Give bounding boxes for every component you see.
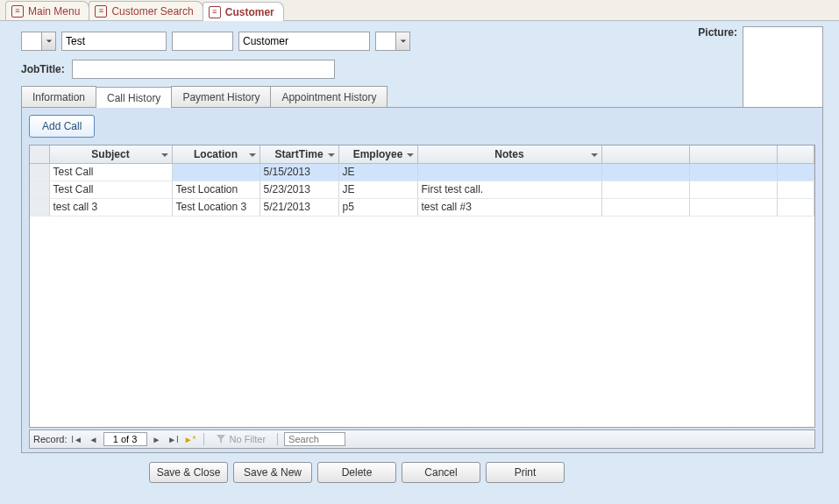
chevron-down-icon[interactable] bbox=[41, 32, 55, 50]
window-tab-strip: ≡ Main Menu ≡ Customer Search ≡ Customer bbox=[0, 0, 839, 21]
tab-payment-history[interactable]: Payment History bbox=[171, 86, 271, 107]
col-notes[interactable]: Notes bbox=[417, 146, 601, 163]
cell-starttime[interactable]: 5/15/2013 bbox=[260, 163, 338, 181]
tab-label: Customer Search bbox=[111, 5, 193, 18]
cell-notes[interactable]: test call #3 bbox=[417, 198, 601, 216]
save-close-button[interactable]: Save & Close bbox=[149, 462, 228, 483]
delete-button[interactable]: Delete bbox=[317, 462, 396, 483]
chevron-down-icon[interactable] bbox=[590, 150, 599, 159]
call-history-page: Add Call bbox=[21, 107, 823, 453]
table-row[interactable]: Test Call 5/15/2013 JE bbox=[30, 163, 814, 181]
cell-employee[interactable]: JE bbox=[338, 163, 417, 181]
no-filter-indicator[interactable]: No Filter bbox=[216, 434, 267, 444]
search-input[interactable] bbox=[284, 432, 345, 446]
col-subject[interactable]: Subject bbox=[49, 146, 172, 163]
chevron-down-icon[interactable] bbox=[248, 150, 257, 159]
cell-location[interactable] bbox=[172, 163, 260, 181]
chevron-down-icon[interactable] bbox=[327, 150, 336, 159]
prefix-combo[interactable] bbox=[21, 32, 56, 51]
cell-employee[interactable]: p5 bbox=[338, 198, 417, 216]
chevron-down-icon[interactable] bbox=[406, 150, 415, 159]
cancel-button[interactable]: Cancel bbox=[402, 462, 480, 483]
cell-starttime[interactable]: 5/21/2013 bbox=[260, 198, 338, 216]
customer-tab-control: Information Call History Payment History… bbox=[21, 84, 823, 453]
job-title-field[interactable] bbox=[72, 60, 335, 79]
save-new-button[interactable]: Save & New bbox=[233, 462, 312, 483]
nav-next-button[interactable]: ► bbox=[150, 432, 164, 446]
chevron-down-icon[interactable] bbox=[160, 150, 169, 159]
cell-notes[interactable]: First test call. bbox=[417, 181, 601, 198]
grid-header-row: Subject Location StartTime Employee Note… bbox=[30, 146, 814, 163]
tab-label: Payment History bbox=[182, 91, 260, 103]
suffix-combo[interactable] bbox=[375, 32, 410, 51]
cell-employee[interactable]: JE bbox=[338, 181, 417, 198]
first-name-field[interactable] bbox=[61, 32, 167, 51]
nav-last-button[interactable]: ►I bbox=[167, 432, 181, 446]
record-navigator: Record: I◄ ◄ ► ►I ►* No Filter bbox=[29, 429, 815, 449]
form-icon: ≡ bbox=[209, 6, 221, 18]
middle-name-field[interactable] bbox=[172, 32, 233, 51]
calls-grid: Subject Location StartTime Employee Note… bbox=[29, 145, 815, 428]
col-employee[interactable]: Employee bbox=[338, 146, 417, 163]
picture-frame[interactable] bbox=[743, 26, 823, 110]
tab-information[interactable]: Information bbox=[21, 86, 96, 107]
customer-form-header: JobTitle: Picture: bbox=[0, 21, 839, 84]
select-all-corner[interactable] bbox=[30, 146, 49, 163]
cell-subject[interactable]: Test Call bbox=[49, 181, 172, 198]
picture-label: Picture: bbox=[698, 26, 737, 39]
separator bbox=[203, 433, 204, 445]
cell-starttime[interactable]: 5/23/2013 bbox=[260, 181, 338, 198]
table-row[interactable]: test call 3 Test Location 3 5/21/2013 p5… bbox=[30, 198, 814, 216]
nav-first-button[interactable]: I◄ bbox=[70, 432, 84, 446]
cell-notes[interactable] bbox=[417, 163, 601, 181]
col-empty[interactable] bbox=[777, 146, 814, 163]
tab-appointment-history[interactable]: Appointment History bbox=[270, 86, 388, 107]
picture-box: Picture: bbox=[698, 26, 823, 110]
tab-customer-search[interactable]: ≡ Customer Search bbox=[89, 1, 203, 20]
cell-location[interactable]: Test Location 3 bbox=[172, 198, 260, 216]
separator bbox=[277, 433, 278, 445]
col-starttime[interactable]: StartTime bbox=[260, 146, 338, 163]
tab-main-menu[interactable]: ≡ Main Menu bbox=[5, 1, 89, 20]
tab-customer[interactable]: ≡ Customer bbox=[203, 2, 284, 21]
table-row[interactable]: Test Call Test Location 5/23/2013 JE Fir… bbox=[30, 181, 814, 198]
tab-label: Appointment History bbox=[281, 91, 376, 103]
tab-label: Information bbox=[32, 91, 85, 103]
tab-label: Main Menu bbox=[28, 5, 80, 18]
form-footer-buttons: Save & Close Save & New Delete Cancel Pr… bbox=[149, 462, 839, 483]
form-icon: ≡ bbox=[11, 5, 24, 18]
row-selector[interactable] bbox=[30, 181, 49, 198]
chevron-down-icon[interactable] bbox=[395, 32, 409, 50]
col-empty[interactable] bbox=[601, 146, 689, 163]
col-location[interactable]: Location bbox=[172, 146, 260, 163]
form-icon: ≡ bbox=[95, 5, 107, 18]
record-position-input[interactable] bbox=[103, 432, 147, 446]
col-empty[interactable] bbox=[689, 146, 777, 163]
job-title-label: JobTitle: bbox=[21, 63, 65, 75]
cell-subject[interactable]: test call 3 bbox=[49, 198, 172, 216]
cell-location[interactable]: Test Location bbox=[172, 181, 260, 198]
row-selector[interactable] bbox=[30, 163, 49, 181]
tab-label: Customer bbox=[225, 6, 274, 18]
tab-label: Call History bbox=[107, 92, 160, 104]
row-selector[interactable] bbox=[30, 198, 49, 216]
cell-subject[interactable]: Test Call bbox=[49, 163, 172, 181]
nav-new-record-button[interactable]: ►* bbox=[183, 432, 197, 446]
tab-call-history[interactable]: Call History bbox=[96, 87, 172, 108]
print-button[interactable]: Print bbox=[486, 462, 565, 483]
add-call-button[interactable]: Add Call bbox=[29, 115, 95, 138]
last-name-field[interactable] bbox=[238, 32, 370, 51]
record-label: Record: bbox=[33, 434, 68, 444]
nav-prev-button[interactable]: ◄ bbox=[87, 432, 101, 446]
funnel-icon bbox=[216, 434, 226, 444]
